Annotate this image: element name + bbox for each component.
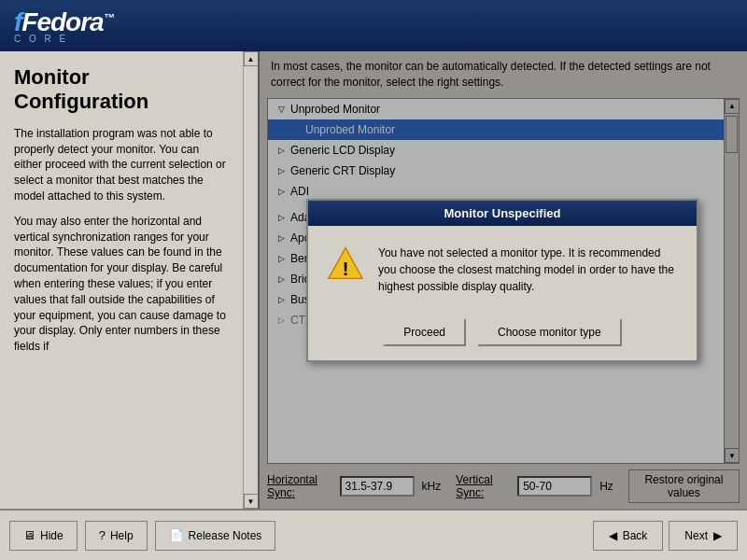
help-button[interactable]: ? Help xyxy=(85,521,148,551)
left-panel: Monitor Configuration The installation p… xyxy=(0,51,243,509)
modal-message-text: You have not selected a monitor type. It… xyxy=(378,245,678,295)
fedora-logo: fFedora™ C O R E xyxy=(14,7,114,44)
next-arrow-icon: ▶ xyxy=(713,529,722,542)
content-area: In most cases, the monitor can be automa… xyxy=(258,51,747,509)
hide-label: Hide xyxy=(40,529,63,542)
back-arrow-icon: ◀ xyxy=(609,529,617,542)
left-scrollbar[interactable]: ▲ ▼ xyxy=(243,51,258,509)
modal-buttons: Proceed Choose monitor type xyxy=(308,309,697,360)
proceed-button[interactable]: Proceed xyxy=(383,318,466,346)
left-para-1: The installation program was not able to… xyxy=(14,126,229,204)
page-title: Monitor Configuration xyxy=(14,65,229,115)
left-para-2: You may also enter the horizontal and ve… xyxy=(14,214,229,355)
next-button[interactable]: Next ▶ xyxy=(669,521,738,551)
warning-icon: ! xyxy=(327,245,364,282)
header: fFedora™ C O R E xyxy=(0,0,747,51)
back-button[interactable]: ◀ Back xyxy=(593,521,664,551)
main-area: Monitor Configuration The installation p… xyxy=(0,51,747,509)
fedora-core-label: C O R E xyxy=(14,34,114,44)
help-icon: ? xyxy=(99,528,106,542)
release-notes-button[interactable]: 📄 Release Notes xyxy=(155,521,276,551)
choose-monitor-type-button[interactable]: Choose monitor type xyxy=(477,318,622,346)
modal-title: Monitor Unspecified xyxy=(308,201,697,226)
back-label: Back xyxy=(623,529,648,542)
hide-button[interactable]: 🖥 Hide xyxy=(9,521,78,551)
nav-buttons: ◀ Back Next ▶ xyxy=(593,521,738,551)
modal-dialog: Monitor Unspecified ! You have not selec… xyxy=(306,199,698,362)
bottom-bar: 🖥 Hide ? Help 📄 Release Notes ◀ Back Nex… xyxy=(0,509,747,560)
release-notes-label: Release Notes xyxy=(189,529,262,542)
hide-icon: 🖥 xyxy=(23,528,35,542)
left-scroll-up[interactable]: ▲ xyxy=(244,51,259,66)
next-label: Next xyxy=(684,529,708,542)
left-scroll-down[interactable]: ▼ xyxy=(244,494,259,509)
modal-body: ! You have not selected a monitor type. … xyxy=(308,226,697,309)
svg-text:!: ! xyxy=(343,258,349,278)
help-label: Help xyxy=(110,529,134,542)
modal-overlay: Monitor Unspecified ! You have not selec… xyxy=(258,51,747,509)
notes-icon: 📄 xyxy=(169,528,184,542)
